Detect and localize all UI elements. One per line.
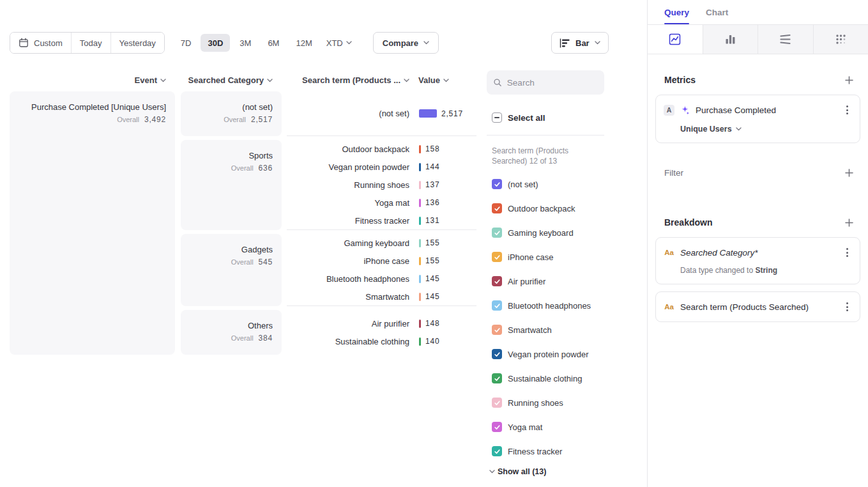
term-rows: (not set)2,517 [287,91,476,136]
breakdown-property-row[interactable]: Aa Searched Category* [664,247,852,258]
show-all-button[interactable]: Show all (13) [489,467,546,476]
term-row[interactable]: Smartwatch145 [287,288,476,305]
chevron-down-icon [489,470,495,474]
value-label: 140 [425,337,439,346]
value-cell: 140 [409,337,476,346]
term-row[interactable]: Bluetooth headphones145 [287,270,476,288]
table-group: SportsOverall636Outdoor backpack158Vegan… [181,140,476,230]
legend-item[interactable]: (not set) [487,172,604,196]
column-header-search-term[interactable]: Search term (Products ... [287,75,409,85]
term-row[interactable]: Sustainable clothing140 [287,332,476,350]
term-row[interactable]: iPhone case155 [287,252,476,270]
term-row[interactable]: Gaming keyboard155 [287,234,476,252]
legend-item[interactable]: Air purifier [487,269,604,293]
add-breakdown-button[interactable] [841,215,857,230]
term-row[interactable]: Vegan protein powder144 [287,158,476,176]
tab-chart[interactable]: Chart [706,0,728,24]
legend-checkbox[interactable] [492,373,502,383]
term-row[interactable]: Outdoor backpack158 [287,140,476,158]
term-row[interactable]: Fitness tracker131 [287,212,476,229]
sparkle-icon [680,105,690,115]
legend-item[interactable]: Gaming keyboard [487,220,604,245]
term-label: (not set) [287,109,409,118]
legend-checkbox[interactable] [492,179,502,189]
range-button-3m[interactable]: 3M [232,34,258,52]
value-cell: 148 [409,319,476,328]
range-button-6m[interactable]: 6M [261,34,286,52]
term-row[interactable]: (not set)2,517 [287,105,476,123]
search-input[interactable] [507,78,598,88]
column-header-event[interactable]: Event [10,75,175,85]
legend-item-label: Vegan protein powder [508,350,588,359]
metric-event-row[interactable]: A Purchase Completed [664,104,852,116]
legend-item[interactable]: Smartwatch [487,318,604,342]
query-sidebar: Query Chart Metrics A [647,0,868,487]
legend-checkbox[interactable] [492,300,502,311]
legend-checkbox[interactable] [492,446,502,456]
category-cell[interactable]: OthersOverall384 [181,310,282,355]
event-column: Purchase Completed [Unique Users] Overal… [10,91,175,355]
term-label: Outdoor backpack [287,144,409,154]
legend-item[interactable]: Bluetooth headphones [487,293,604,318]
xtd-button[interactable]: XTD [319,34,359,52]
breakdown-property-row[interactable]: Aa Search term (Products Searched) [664,301,852,313]
check-icon [494,327,501,334]
custom-date-button[interactable]: Custom [10,33,71,53]
legend-checkbox[interactable] [492,252,502,262]
legend-checkbox[interactable] [492,203,502,213]
compare-button[interactable]: Compare [373,32,439,54]
category-cell[interactable]: GadgetsOverall545 [181,234,282,306]
category-cell[interactable]: (not set)Overall2,517 [181,91,282,136]
today-button[interactable]: Today [71,33,110,53]
term-label: Vegan protein powder [287,162,409,172]
legend-checkbox[interactable] [492,422,502,432]
term-row[interactable]: Running shoes137 [287,176,476,194]
range-button-12m[interactable]: 12M [289,34,319,52]
value-bar [419,337,421,346]
value-bar [419,181,421,189]
legend-item[interactable]: Outdoor backpack [487,196,604,220]
legend-checkbox[interactable] [492,276,502,286]
tab-query[interactable]: Query [664,0,689,24]
value-cell: 131 [409,216,476,225]
event-name: Purchase Completed [Unique Users] [19,102,166,112]
term-row[interactable]: Yoga mat136 [287,194,476,212]
legend-item[interactable]: Sustainable clothing [487,366,604,390]
select-all[interactable]: Select all [487,109,545,127]
check-icon [494,424,501,431]
tab-insights[interactable] [648,25,703,54]
chevron-down-icon [443,79,449,82]
legend-item[interactable]: iPhone case [487,245,604,269]
tab-flows[interactable] [758,25,813,54]
metric-menu-button[interactable] [842,104,852,116]
legend-item[interactable]: Yoga mat [487,415,604,439]
yesterday-button[interactable]: Yesterday [110,33,164,53]
legend-item[interactable]: Vegan protein powder [487,342,604,366]
tab-funnels[interactable] [703,25,758,54]
breakdown-menu-button[interactable] [842,247,852,258]
event-cell[interactable]: Purchase Completed [Unique Users] Overal… [10,91,175,355]
check-icon [494,375,501,382]
legend-checkbox[interactable] [492,398,502,408]
legend-item-label: (not set) [508,180,538,189]
legend-item[interactable]: Running shoes [487,390,604,415]
term-row[interactable]: Air purifier148 [287,314,476,332]
tab-retention[interactable] [813,25,868,54]
line-chart-icon [669,33,681,45]
legend-item[interactable]: Fitness tracker [487,439,604,463]
range-button-7d[interactable]: 7D [174,34,199,52]
flows-icon [779,33,791,45]
select-all-checkbox[interactable] [492,112,502,123]
add-filter-button[interactable] [841,165,857,180]
breakdown-menu-button[interactable] [842,301,852,313]
range-button-30d[interactable]: 30D [201,34,230,52]
legend-checkbox[interactable] [492,228,502,238]
category-cell[interactable]: SportsOverall636 [181,140,282,230]
dots-grid-icon [835,33,847,45]
legend-checkbox[interactable] [492,349,502,359]
metric-type-dropdown[interactable]: Unique Users [680,125,852,134]
legend-checkbox[interactable] [492,325,502,335]
add-metric-button[interactable] [841,72,857,88]
column-header-value[interactable]: Value [409,75,476,85]
column-header-searched-category[interactable]: Searched Category [181,75,282,85]
